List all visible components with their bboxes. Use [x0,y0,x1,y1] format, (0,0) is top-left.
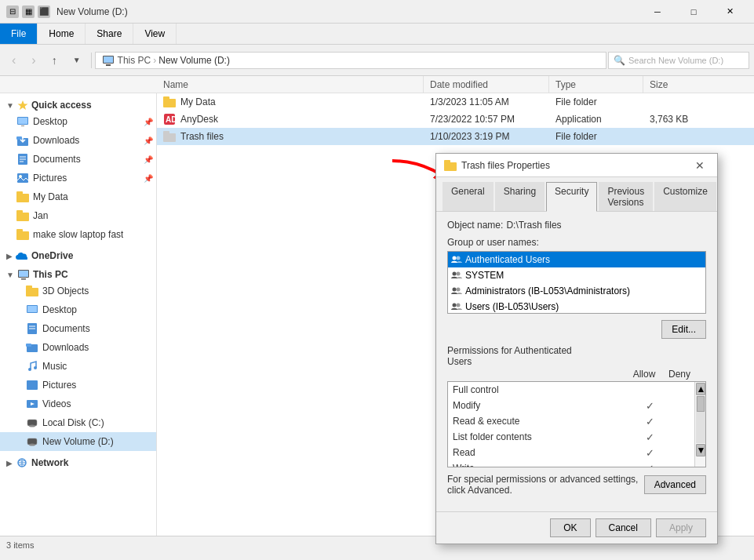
apply-button[interactable]: Apply [656,518,706,537]
users-list[interactable]: Authenticated Users SYSTEM Administrator… [447,251,706,314]
status-text: 3 items [6,540,34,550]
dialog-tab-general[interactable]: General [443,182,494,211]
user-row-authenticated[interactable]: Authenticated Users [448,252,705,267]
user-row-administrators[interactable]: Administrators (IB-L053\Administrators) [448,283,705,299]
sidebar-section-network[interactable]: ▶ Network [0,454,156,470]
perm-allow-listfolder: ✓ [630,431,669,443]
file-row-mydata[interactable]: My Data 1/3/2023 11:05 AM File folder [157,93,754,111]
cancel-button[interactable]: Cancel [596,518,651,537]
desktop-icon-2 [26,304,38,315]
chevron-right-icon: ▶ [6,252,13,260]
pin-icon-3: 📌 [144,155,153,164]
star-icon [17,100,28,111]
user-row-system[interactable]: SYSTEM [448,267,705,283]
computer-icon [102,54,115,67]
scrollbar-down-btn[interactable]: ▼ [696,444,705,456]
tab-home[interactable]: Home [38,24,86,44]
sidebar-section-this-pc[interactable]: ▼ This PC [0,266,156,282]
minimize-button[interactable]: ─ [639,0,676,24]
sidebar-item-desktop[interactable]: Desktop 📌 [0,112,156,131]
sidebar-mydata-label: My Data [33,191,68,202]
sidebar-item-docs2[interactable]: Documents [0,319,156,338]
scrollbar-track [696,396,705,443]
svg-point-25 [28,368,31,371]
sidebar-videos-label: Videos [42,398,71,409]
sidebar-section-onedrive[interactable]: ▶ OneDrive [0,247,156,263]
svg-point-45 [457,288,461,292]
forward-button[interactable]: › [24,49,42,71]
sidebar-localc-label: Local Disk (C:) [42,417,104,428]
toolbar: ‹ › ↑ ▼ This PC › New Volume (D:) 🔍 Sear… [0,45,754,76]
svg-rect-16 [19,271,28,277]
title-bar-icon-1: ⊟ [6,5,19,18]
col-header-name[interactable]: Name [157,76,424,93]
sidebar-item-downloads2[interactable]: Downloads [0,338,156,357]
svg-rect-17 [21,278,26,280]
user-label-users: Users (IB-L053\Users) [465,301,559,312]
back-button[interactable]: ‹ [5,49,23,71]
tab-view[interactable]: View [133,24,177,44]
dialog-close-button[interactable]: ✕ [690,156,709,175]
folder-icon-trash [163,131,176,142]
dialog-footer: OK Cancel Apply [436,511,717,544]
maximize-button[interactable]: □ [676,0,712,24]
advanced-button[interactable]: Advanced [644,475,706,494]
address-bar[interactable]: This PC › New Volume (D:) [95,52,606,69]
sidebar-item-jan[interactable]: Jan [0,206,156,225]
up-button[interactable]: ↑ [45,49,64,71]
sidebar-item-videos[interactable]: Videos [0,395,156,413]
sidebar-section-quick-access[interactable]: ▼ Quick access [0,96,156,112]
close-button[interactable]: ✕ [712,0,748,24]
edit-button[interactable]: Edit... [661,320,706,339]
dialog-tab-sharing[interactable]: Sharing [495,182,545,211]
sidebar-item-documents[interactable]: Documents 📌 [0,150,156,169]
pictures-icon-2 [26,380,38,391]
sidebar-item-3d[interactable]: 3D Objects [0,282,156,300]
user-label-system: SYSTEM [465,270,504,281]
permissions-scrollbar[interactable]: ▲ ▼ [694,382,705,467]
sidebar-documents-label: Documents [33,154,81,165]
file-row-anydesk[interactable]: AD AnyDesk 7/23/2022 10:57 PM Applicatio… [157,111,754,128]
perm-allow-read: ✓ [630,447,669,459]
videos-icon [26,398,38,409]
sidebar-item-music[interactable]: Music [0,357,156,376]
file-row-trash[interactable]: Trash files 1/10/2023 3:19 PM File folde… [157,128,754,145]
sidebar-item-new-volume-d[interactable]: New Volume (D:) [0,432,156,451]
dialog-title-bar: Trash files Properties ✕ [436,154,717,177]
svg-rect-6 [21,125,24,126]
col-header-size[interactable]: Size [643,76,706,93]
sidebar-item-desktop2[interactable]: Desktop [0,300,156,319]
dialog-tab-security[interactable]: Security [546,182,597,212]
user-row-users[interactable]: Users (IB-L053\Users) [448,299,705,314]
sidebar-item-pictures2[interactable]: Pictures [0,376,156,395]
dialog-tab-customize[interactable]: Customize [654,182,716,211]
dialog-tab-previous-versions[interactable]: Previous Versions [599,182,653,211]
permissions-list[interactable]: Full control Modify ✓ Read & execute ✓ L… [447,381,706,467]
scrollbar-up-btn[interactable]: ▲ [696,383,705,395]
sidebar-item-make-slow[interactable]: make slow laptop fast [0,225,156,244]
sidebar-downloads2-label: Downloads [42,342,89,353]
col-header-type[interactable]: Type [549,76,643,93]
recent-locations-button[interactable]: ▼ [66,49,88,71]
tab-share[interactable]: Share [86,24,133,44]
svg-point-47 [457,304,461,307]
object-name-label: Object name: [447,220,503,231]
col-header-date[interactable]: Date modified [424,76,549,93]
file-size-anydesk: 3,763 KB [650,114,712,125]
perm-allow-modify: ✓ [630,400,669,412]
sidebar-desktop2-label: Desktop [42,304,77,315]
sidebar-item-local-c[interactable]: Local Disk (C:) [0,413,156,432]
scrollbar-thumb[interactable] [697,396,705,412]
ok-button[interactable]: OK [550,518,590,537]
sidebar-jan-label: Jan [33,210,48,221]
tab-file[interactable]: File [0,24,38,44]
file-name-anydesk: AnyDesk [180,114,218,125]
dialog-title-text: Trash files Properties [461,160,690,171]
search-box[interactable]: 🔍 Search New Volume (D:) [608,52,749,69]
permissions-for-label: Permissions for AuthenticatedUsers [447,345,706,367]
sidebar-item-pictures[interactable]: Pictures 📌 [0,169,156,187]
sidebar-item-downloads[interactable]: Downloads 📌 [0,131,156,150]
sidebar-item-mydata[interactable]: My Data [0,187,156,206]
user-icon-admins [451,285,462,296]
chevron-right-icon-net: ▶ [6,459,13,467]
